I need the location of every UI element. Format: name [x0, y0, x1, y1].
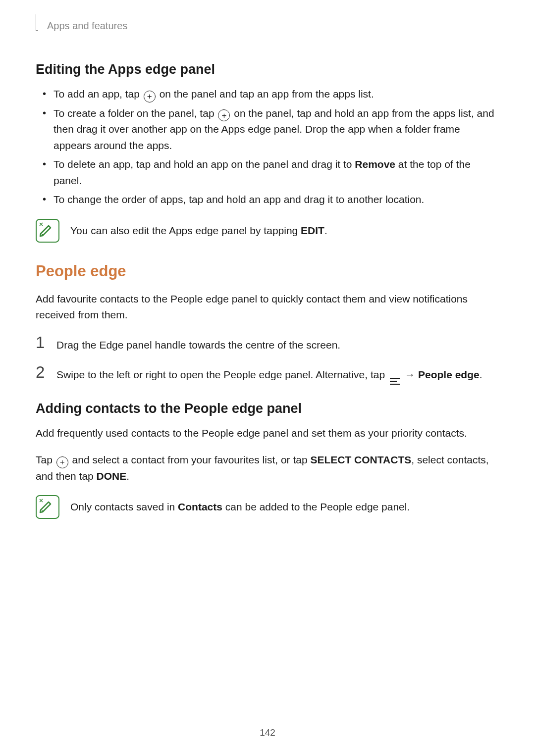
heading-people-edge: People edge	[36, 262, 499, 280]
note-icon	[36, 495, 59, 519]
intro-text: Add frequently used contacts to the Peop…	[36, 425, 499, 442]
text: Swipe to the left or right to open the P…	[56, 369, 388, 380]
paragraph: Tap and select a contact from your favou…	[36, 452, 499, 484]
header: Apps and features	[36, 18, 499, 34]
step-text: Swipe to the left or right to open the P…	[56, 364, 482, 386]
list-item: 2 Swipe to the left or right to open the…	[36, 364, 499, 386]
text: and select a contact from your favourite…	[69, 454, 311, 465]
text: To change the order of apps, tap and hol…	[54, 194, 424, 205]
text: on the panel and tap an app from the app…	[157, 88, 374, 100]
text: can be added to the People edge panel.	[222, 501, 410, 512]
plus-circle-icon	[144, 91, 156, 102]
note-text: You can also edit the Apps edge panel by…	[70, 219, 327, 239]
intro-text: Add favourite contacts to the People edg…	[36, 291, 499, 323]
bullet-list-editing: To add an app, tap on the panel and tap …	[36, 86, 499, 208]
list-item: To delete an app, tap and hold an app on…	[36, 156, 499, 189]
header-corner-mark	[36, 14, 38, 31]
page-number: 142	[0, 727, 535, 738]
text: .	[126, 470, 129, 482]
bold-text: Remove	[355, 158, 395, 170]
text: Tap	[36, 454, 55, 465]
breadcrumb: Apps and features	[47, 20, 127, 32]
bold-text: SELECT CONTACTS	[310, 454, 411, 465]
plus-circle-icon	[218, 109, 230, 121]
numbered-steps: 1 Drag the Edge panel handle towards the…	[36, 334, 499, 386]
text: To delete an app, tap and hold an app on…	[54, 158, 355, 170]
list-item: 1 Drag the Edge panel handle towards the…	[36, 334, 499, 353]
step-number: 1	[36, 334, 49, 351]
bold-text: People edge	[418, 369, 480, 380]
note-block: Only contacts saved in Contacts can be a…	[36, 495, 499, 519]
list-item: To add an app, tap on the panel and tap …	[36, 86, 499, 102]
bold-text: Contacts	[178, 501, 222, 512]
step-text: Drag the Edge panel handle towards the c…	[56, 334, 340, 353]
text: Only contacts saved in	[70, 501, 178, 512]
note-text: Only contacts saved in Contacts can be a…	[70, 495, 410, 515]
heading-adding-contacts: Adding contacts to the People edge panel	[36, 401, 499, 416]
note-block: You can also edit the Apps edge panel by…	[36, 219, 499, 243]
step-number: 2	[36, 364, 49, 380]
text: .	[324, 225, 327, 236]
plus-circle-icon	[56, 456, 68, 468]
list-item: To change the order of apps, tap and hol…	[36, 192, 499, 208]
bold-text: EDIT	[301, 225, 324, 236]
list-item: To create a folder on the panel, tap on …	[36, 105, 499, 154]
note-icon	[36, 219, 59, 243]
menu-icon	[390, 377, 400, 386]
text: To create a folder on the panel, tap	[54, 107, 217, 119]
text: To add an app, tap	[54, 88, 143, 100]
text: .	[480, 369, 482, 380]
heading-editing-apps-edge: Editing the Apps edge panel	[36, 62, 499, 77]
text: You can also edit the Apps edge panel by…	[70, 225, 301, 236]
page: Apps and features Editing the Apps edge …	[0, 0, 535, 756]
arrow-icon: →	[405, 369, 415, 380]
bold-text: DONE	[97, 470, 127, 482]
